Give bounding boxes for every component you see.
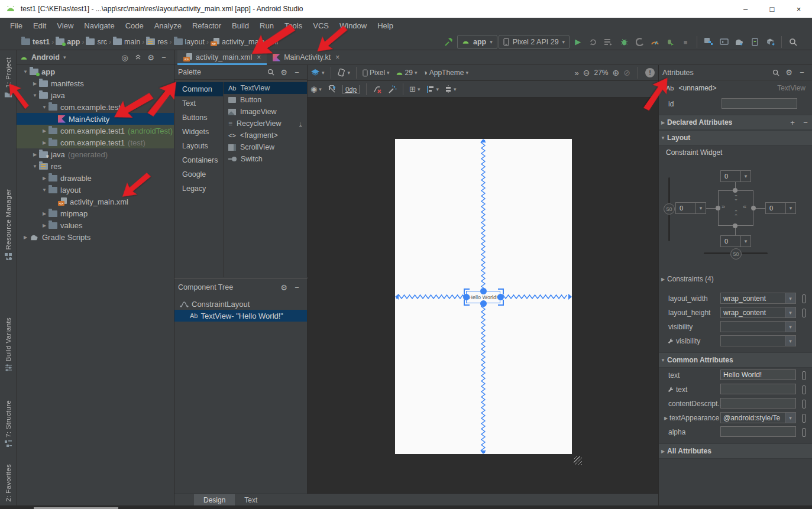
debug-button[interactable] [617,34,631,50]
menu-navigate[interactable]: Navigate [79,18,119,34]
tab-activity-main-xml[interactable]: <> activity_main.xml × [177,50,267,64]
section-all-attributes[interactable]: ▶ All Attributes [659,443,812,459]
palette-category-containers[interactable]: Containers [174,153,223,167]
tool-button-project[interactable]: 1: Project [0,57,17,98]
view-options-select[interactable]: ◉ ▾ [308,81,325,97]
breadcrumb-project[interactable]: test1 [21,38,50,46]
breadcrumb-res[interactable]: res [146,38,167,46]
menu-view[interactable]: View [51,18,79,34]
search-icon[interactable] [264,66,277,79]
tree-item-mainactivity[interactable]: MainActivity [17,113,174,125]
hide-panel-icon[interactable]: − [290,281,303,294]
tree-item-java[interactable]: ▼java [17,89,174,101]
close-icon[interactable]: × [257,53,261,61]
layout-width-flag-icon[interactable] [802,294,806,303]
section-constraints[interactable]: ▶ Constraints (4) [659,272,812,286]
constraint-handle-bottom[interactable] [480,300,487,307]
zoom-to-fit-button[interactable]: ⊘ [623,68,630,77]
design-surface-select[interactable]: ▾ [308,65,328,80]
palette-category-google[interactable]: Google [174,167,223,181]
palette-category-widgets[interactable]: Widgets [174,125,223,139]
palette-item-button[interactable]: Button [224,94,307,106]
menu-build[interactable]: Build [227,18,254,34]
api-version-select[interactable]: 29▾ [393,65,420,80]
tree-item-java-generated[interactable]: ▶✱java(generated) [17,148,174,160]
tab-mainactivity-kt[interactable]: MainActivity.kt × [267,50,345,64]
build-hammer-icon[interactable] [442,34,456,50]
constraint-anchor-left[interactable] [716,206,720,210]
sdk-manager-icon[interactable] [763,34,777,50]
profile-blank-icon[interactable] [632,34,646,50]
tree-item-layout[interactable]: ▼layout [17,184,174,196]
tools-visibility-select[interactable]: ▾ [720,335,796,346]
zoom-in-button[interactable]: ⊕ [613,68,620,77]
tree-item-res[interactable]: ▼res [17,160,174,172]
mode-tab-design[interactable]: Design [194,494,235,505]
alpha-flag-icon[interactable] [802,428,806,437]
gradle-sync-icon[interactable] [732,34,746,50]
tree-item-manifests[interactable]: ▶manifests [17,77,174,89]
infer-constraints-button[interactable] [385,81,400,97]
tools-text-input[interactable] [720,384,796,394]
clear-constraints-button[interactable] [370,81,385,97]
horizontal-bias-value[interactable]: 50 [730,248,742,260]
menu-tools[interactable]: Tools [279,18,308,34]
tree-item-package-androidtest[interactable]: ▶com.example.test1(androidTest) [17,125,174,137]
vertical-bias-value[interactable]: 50 [664,203,675,215]
text-input[interactable]: Hello World! [720,369,796,380]
attach-debugger-icon[interactable] [663,34,677,50]
menu-help[interactable]: Help [372,18,399,34]
visibility-select[interactable]: ▾ [720,321,796,332]
theme-select[interactable]: ◑ AppTheme▾ [420,65,471,80]
maximize-button[interactable]: □ [759,0,785,18]
tree-item-activity-main-xml[interactable]: <>activity_main.xml [17,196,174,208]
locate-file-icon[interactable]: ◎ [118,51,131,64]
menu-run[interactable]: Run [254,18,279,34]
menu-window[interactable]: Window [334,18,372,34]
text-appearance-select[interactable]: @android:style/Te▾ [720,412,796,423]
avd-manager-icon[interactable] [748,34,762,50]
logcat-icon[interactable] [717,34,731,50]
errors-panel-button[interactable]: ! [645,68,655,77]
tool-button-resource-manager[interactable]: Resource Manager [0,189,17,261]
component-tree-constraintlayout[interactable]: ConstraintLayout [174,298,307,310]
pack-select[interactable]: ⊞ ▾ [406,81,423,97]
run-configurations-icon[interactable] [601,34,616,50]
menu-vcs[interactable]: VCS [308,18,334,34]
apply-changes-icon[interactable] [586,34,600,50]
canvas-resize-grip[interactable] [574,456,582,465]
tool-button-build-variants[interactable]: Build Variants [0,317,17,371]
tree-item-drawable[interactable]: ▶drawable [17,172,174,184]
section-common-attributes[interactable]: ▼ Common Attributes [659,352,812,368]
constraint-handle-top[interactable] [480,288,487,294]
search-everywhere-icon[interactable] [786,34,800,50]
constraint-handle-right[interactable] [497,294,504,300]
hide-panel-icon[interactable]: − [157,51,170,64]
tree-item-app[interactable]: ▼app [17,66,174,77]
default-margin-select[interactable]: 0dp [339,81,363,97]
menu-refactor[interactable]: Refactor [187,18,227,34]
palette-category-legacy[interactable]: Legacy [174,181,223,196]
constraint-anchor-right[interactable] [751,206,756,210]
project-structure-icon[interactable] [701,34,716,50]
component-tree-textview[interactable]: Ab TextView- "Hello World!" [174,310,307,322]
palette-category-text[interactable]: Text [174,96,223,111]
device-in-editor-select[interactable]: Pixel▾ [360,65,393,80]
menu-analyze[interactable]: Analyze [149,18,187,34]
breadcrumb-src[interactable]: src [86,38,107,46]
palette-item-imageview[interactable]: ImageView [224,106,307,118]
run-config-select[interactable]: app▾ [457,35,497,49]
palette-item-fragment[interactable]: <><fragment> [224,129,307,141]
tree-item-values[interactable]: ▶values [17,219,174,231]
constraint-anchor-bottom[interactable] [733,223,737,228]
profiler-icon[interactable] [648,34,662,50]
margin-bottom-select[interactable]: 0▾ [720,235,751,247]
device-select[interactable]: Pixel 2 API 29▾ [499,35,570,49]
breadcrumb-main[interactable]: main [113,38,140,46]
palette-item-textview[interactable]: AbTextView [224,82,307,94]
align-select[interactable]: ▾ [423,81,442,97]
collapse-all-icon[interactable] [131,51,144,64]
menu-file[interactable]: File [5,18,28,34]
run-button[interactable]: ▶ [571,34,585,50]
tools-text-flag-icon[interactable] [802,385,806,394]
